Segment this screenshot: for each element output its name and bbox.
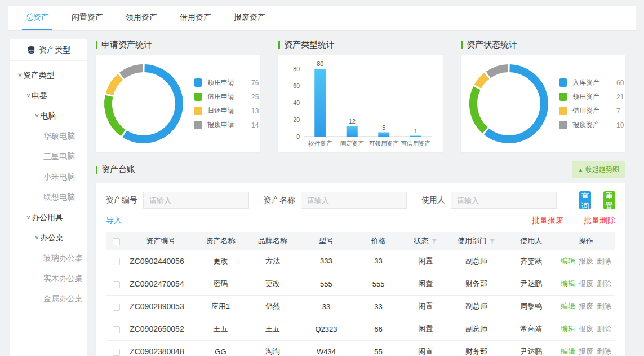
legend-item-0[interactable]: 领用申请76 [194,76,259,90]
row-checkbox[interactable] [113,349,120,356]
donut-segment-2[interactable] [109,77,121,94]
cell-1-0: ZC0902470054 [126,273,195,295]
tab-2[interactable]: 领用资产 [122,6,161,30]
query-button[interactable]: 查询 [579,191,591,209]
cell-4-5: 闲置 [404,340,447,356]
edit-link[interactable]: 编辑 [561,257,575,265]
tree-node-4[interactable]: 三星电脑 [10,147,87,167]
tree-node-2[interactable]: ˅电脑 [10,106,87,126]
donut-segment-1[interactable] [108,96,123,133]
cell-2-5: 闲置 [404,295,447,318]
bar-3[interactable] [410,136,421,137]
col-header-1: 资产名称 [195,232,246,250]
tree-node-6[interactable]: 联想电脑 [10,187,87,208]
cell-2-3: 33 [299,295,353,318]
bar-1[interactable] [347,126,358,137]
legend-item-2[interactable]: 归还申请13 [194,104,259,118]
tab-3[interactable]: 借用资产 [176,6,215,30]
scrap-link[interactable]: 报废 [579,347,593,355]
scrap-link[interactable]: 报废 [579,279,593,288]
links-row: 导入 批量报废 批量删除 [106,209,615,232]
edit-link[interactable]: 编辑 [561,279,575,288]
cell-2-7: 周黎鸣 [506,295,557,318]
filter-group-1: 资产名称 [264,192,407,209]
table-row-3: ZC0902650052王五王五Q232366闲置副总师常高靖编辑报废删除 [106,318,615,340]
delete-link[interactable]: 删除 [597,279,611,288]
donut-segment-3[interactable] [488,68,508,75]
row-checkbox[interactable] [113,326,120,333]
cell-2-2: 仍然 [246,295,300,318]
tree-node-5[interactable]: 小米电脑 [10,167,87,187]
select-all-checkbox[interactable] [113,238,120,245]
edit-link[interactable]: 编辑 [561,302,575,310]
delete-link[interactable]: 删除 [597,257,611,265]
filter-input-1[interactable] [301,192,407,209]
table-row-1: ZC0902470054密码更改555555闲置财务部尹达鹏编辑报废删除 [106,273,615,295]
row-checkbox[interactable] [113,304,120,311]
import-link[interactable]: 导入 [106,216,122,226]
donut-segment-1[interactable] [473,88,485,130]
cell-1-2: 更改 [246,273,300,295]
tree-node-9[interactable]: 玻璃办公桌 [10,248,87,269]
caret-down-icon: ˅ [35,112,39,120]
legend-item-1[interactable]: 领用资产21 [559,90,624,104]
legend-swatch-icon [194,121,202,129]
filter-funnel-icon[interactable] [489,239,495,244]
filter-input-0[interactable] [143,192,249,209]
chart-card: 领用申请76借用申请25归还申请13报废申请14 [96,55,260,152]
legend-item-3[interactable]: 报废申请14 [194,118,259,132]
batch-scrap-link[interactable]: 批量报废 [532,216,563,226]
batch-delete-link[interactable]: 批量删除 [584,216,615,226]
tree-node-10[interactable]: 实木办公桌 [10,269,87,289]
donut-segment-2[interactable] [478,76,487,86]
cell-0-6: 副总师 [447,250,506,273]
delete-link[interactable]: 删除 [597,302,611,310]
tree-node-1[interactable]: ˅电器 [10,86,87,106]
legend-item-3[interactable]: 报废资产10 [559,118,624,132]
chart-legend: 领用申请76借用申请25归还申请13报废申请14 [194,76,259,132]
sidebar-title: 资产类型 [39,45,71,55]
chart-legend: 入库资产60领用资产21借用资产7报废资产10 [559,76,624,132]
bar-0[interactable] [314,69,326,137]
donut-segment-0[interactable] [486,68,544,139]
tree-node-11[interactable]: 金属办公桌 [10,289,87,309]
legend-item-2[interactable]: 借用资产7 [559,104,624,118]
cell-2-1: 应用1 [195,295,246,318]
filter-funnel-icon[interactable] [431,239,437,244]
legend-swatch-icon [194,93,202,101]
cell-4-1: GG [195,340,246,356]
row-checkbox[interactable] [113,281,120,288]
donut-segment-0[interactable] [125,68,179,139]
collapse-trend-button[interactable]: ▲ 收起趋势图 [572,161,625,178]
delete-link[interactable]: 删除 [597,347,611,355]
tree-node-label: 三星电脑 [43,152,75,162]
ledger-header: 资产台账 ▲ 收起趋势图 [96,161,625,178]
tree-node-0[interactable]: ˅资产类型 [10,65,87,86]
delete-link[interactable]: 删除 [597,324,611,333]
edit-link[interactable]: 编辑 [561,324,575,333]
reset-button[interactable]: 重置 [603,191,615,209]
donut-segment-3[interactable] [122,68,143,76]
row-checkbox[interactable] [113,258,120,265]
edit-link[interactable]: 编辑 [561,347,575,355]
tree-node-7[interactable]: ˅办公用具 [10,208,87,228]
scrap-link[interactable]: 报废 [579,257,593,265]
col-header-5: 状态 [404,232,447,250]
tree-node-label: 电器 [32,91,47,101]
bar-2[interactable] [378,133,389,137]
legend-item-1[interactable]: 借用申请25 [194,90,259,104]
legend-item-0[interactable]: 入库资产60 [559,76,624,90]
cell-0-0: ZC0902440056 [126,250,195,273]
tab-1[interactable]: 闲置资产 [68,6,106,30]
scrap-link[interactable]: 报废 [579,324,593,333]
filter-input-2[interactable] [451,192,557,209]
tab-4[interactable]: 报废资产 [230,6,269,30]
cell-0-2: 方法 [246,250,300,273]
tree-node-3[interactable]: 华硕电脑 [10,126,87,147]
tree-node-8[interactable]: ˅办公桌 [10,228,87,248]
chart-col-0: 申请资产统计领用申请76借用申请25归还申请13报废申请14 [96,39,260,152]
scrap-link[interactable]: 报废 [579,302,593,310]
col-header-6: 使用部门 [447,232,506,250]
main-content: 申请资产统计领用申请76借用申请25归还申请13报废申请14资产类型统计0204… [96,39,625,356]
tab-0[interactable]: 总资产 [22,6,52,30]
